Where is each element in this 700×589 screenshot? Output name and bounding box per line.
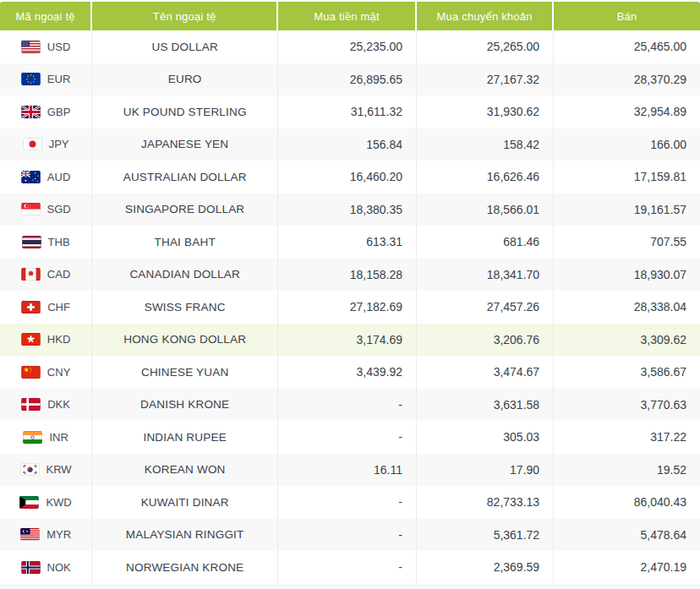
currency-name: MALAYSIAN RINGGIT: [92, 519, 278, 552]
rate-sell: 2,470.19: [554, 551, 700, 584]
rate-cash: 27,182.69: [278, 291, 417, 324]
currency-name: US DOLLAR: [92, 30, 278, 63]
rate-sell: 166.00: [554, 128, 700, 161]
rate-sell: 18,930.07: [554, 259, 700, 292]
currency-code: MYR: [46, 528, 71, 541]
currency-name: JAPANESE YEN: [92, 128, 278, 161]
currency-code: KRW: [46, 463, 72, 476]
table-row-kwd[interactable]: KWDKUWAITI DINAR-82,733.1386,040.43: [0, 486, 700, 519]
rate-transfer: 18,566.01: [417, 194, 554, 226]
flag-myr-icon: [20, 528, 40, 541]
rate-cash: -: [278, 519, 417, 552]
rate-sell: 17,159.81: [554, 161, 700, 194]
rate-cash: 16,460.20: [278, 161, 417, 194]
flag-inr-icon: [23, 431, 42, 444]
currency-code-cell: JPY: [0, 128, 92, 161]
rate-sell: 707.55: [554, 226, 700, 259]
flag-dkk-icon: [21, 398, 41, 411]
rate-cash: 25,235.00: [278, 30, 417, 63]
rate-cash: 18,380.35: [278, 194, 417, 226]
flag-chf-icon: [21, 301, 41, 314]
currency-code: KWD: [46, 496, 71, 509]
flag-krw-icon: [20, 463, 40, 476]
currency-code-cell: CNY: [0, 356, 92, 389]
currency-code: INR: [49, 431, 68, 444]
table-row-partial: [0, 584, 700, 589]
flag-gbp-icon: [21, 106, 41, 118]
currency-name: THAI BAHT: [92, 226, 278, 259]
rate-sell: 32,954.89: [554, 95, 700, 128]
column-header-name: Tên ngoại tệ: [92, 2, 278, 30]
currency-code: JPY: [49, 138, 69, 150]
rate-cash: 26,895.65: [278, 63, 417, 96]
currency-code-cell: KWD: [0, 486, 92, 519]
table-row-cad[interactable]: CADCANADIAN DOLLAR18,158.2818,341.7018,9…: [0, 259, 700, 292]
flag-eur-icon: [21, 73, 41, 85]
flag-kwd-icon: [19, 496, 39, 509]
rate-sell: 3,309.62: [554, 324, 700, 357]
currency-code: GBP: [47, 106, 70, 118]
currency-name: CHINESE YUAN: [92, 356, 278, 389]
currency-name: HONG KONG DOLLAR: [92, 324, 278, 357]
table-row-hkd[interactable]: HKDHONG KONG DOLLAR3,174.693,206.763,309…: [0, 324, 700, 357]
table-row-thb[interactable]: THBTHAI BAHT613.31681.46707.55: [0, 226, 700, 259]
currency-code-cell: GBP: [0, 95, 92, 128]
flag-aud-icon: [21, 171, 41, 183]
rate-transfer: 17.90: [417, 454, 554, 487]
table-row-dkk[interactable]: DKKDANISH KRONE-3,631.583,770.63: [0, 389, 700, 422]
rate-sell: 5,478.64: [554, 519, 700, 552]
table-row-krw[interactable]: KRWKOREAN WON16.1117.9019.52: [0, 454, 700, 487]
rate-sell: 3,770.63: [554, 389, 700, 422]
flag-usd-icon: [21, 41, 41, 53]
currency-name: NORWEGIAN KRONE: [92, 551, 278, 584]
rate-transfer: 3,206.76: [417, 324, 554, 357]
table-row-usd[interactable]: USDUS DOLLAR25,235.0025,265.0025,465.00: [0, 30, 700, 63]
rate-sell: 19.52: [554, 454, 700, 487]
flag-nok-icon: [21, 561, 41, 574]
table-row-inr[interactable]: INRINDIAN RUPEE-305.03317.22: [0, 421, 700, 454]
table-row-myr[interactable]: MYRMALAYSIAN RINGGIT-5,361.725,478.64: [0, 519, 700, 552]
currency-code: USD: [47, 41, 70, 53]
rate-transfer: 305.03: [417, 421, 554, 454]
rate-cash: -: [278, 421, 417, 454]
currency-code-cell: SGD: [0, 194, 92, 226]
rate-sell: 28,370.29: [554, 63, 700, 96]
currency-code: AUD: [47, 171, 70, 183]
rate-sell: 28,338.04: [554, 291, 700, 324]
table-row-aud[interactable]: AUDAUSTRALIAN DOLLAR16,460.2016,626.4617…: [0, 161, 700, 194]
rate-sell: 3,586.67: [554, 356, 700, 389]
currency-code: DKK: [47, 398, 70, 411]
rate-sell: 25,465.00: [554, 30, 700, 63]
currency-name: SWISS FRANC: [92, 291, 278, 324]
rate-transfer: 25,265.00: [417, 30, 554, 63]
flag-cny-icon: [21, 366, 41, 379]
rate-transfer: 3,631.58: [417, 389, 554, 422]
rate-cash: 156.84: [278, 128, 417, 161]
currency-code: THB: [48, 236, 70, 248]
rate-cash: 16.11: [278, 454, 417, 487]
currency-code: CAD: [47, 268, 70, 281]
rate-cash: -: [278, 389, 417, 422]
rate-cash: -: [278, 486, 417, 519]
table-row-sgd[interactable]: SGDSINGAPORE DOLLAR18,380.3518,566.0119,…: [0, 194, 700, 226]
table-row-gbp[interactable]: GBPUK POUND STERLING31,611.3231,930.6232…: [0, 95, 700, 128]
currency-code-cell: HKD: [0, 324, 92, 357]
table-row-eur[interactable]: EUREURO26,895.6527,167.3228,370.29: [0, 63, 700, 96]
flag-hkd-icon: [21, 333, 41, 346]
column-header-cash: Mua tiền mặt: [278, 2, 417, 30]
rate-transfer: 27,167.32: [417, 63, 554, 96]
table-header: Mã ngoại tệTên ngoại tệMua tiền mặtMua c…: [0, 2, 700, 30]
flag-sgd-icon: [21, 203, 41, 215]
currency-code-cell: EUR: [0, 63, 92, 96]
table-row-cny[interactable]: CNYCHINESE YUAN3,439.923,474.673,586.67: [0, 356, 700, 389]
currency-name: DANISH KRONE: [92, 389, 278, 422]
rate-cash: 31,611.32: [278, 95, 417, 128]
table-row-nok[interactable]: NOKNORWEGIAN KRONE-2,369.592,470.19: [0, 551, 700, 584]
rate-transfer: 82,733.13: [417, 486, 554, 519]
table-row-chf[interactable]: CHFSWISS FRANC27,182.6927,457.2628,338.0…: [0, 291, 700, 324]
currency-code: CNY: [47, 366, 70, 379]
table-row-jpy[interactable]: JPYJAPANESE YEN156.84158.42166.00: [0, 128, 700, 161]
column-header-transfer: Mua chuyển khoản: [417, 2, 554, 30]
currency-name: KUWAITI DINAR: [92, 486, 278, 519]
table-body: USDUS DOLLAR25,235.0025,265.0025,465.00E…: [0, 30, 700, 589]
